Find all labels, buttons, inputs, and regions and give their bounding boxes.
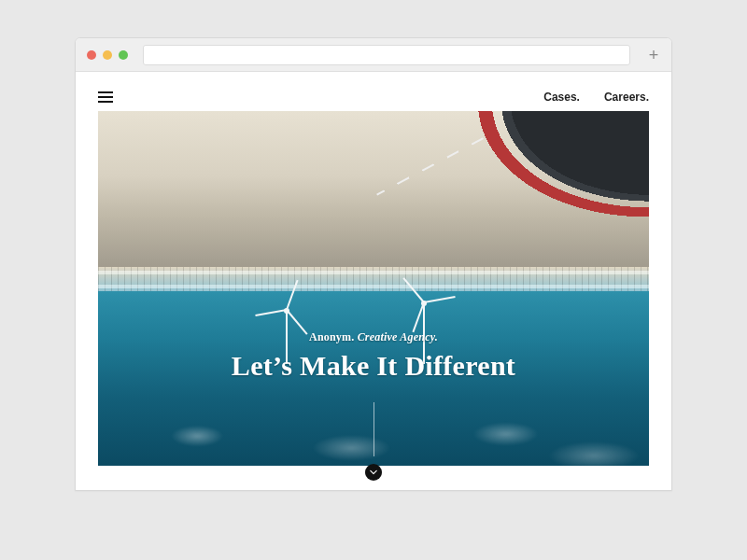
chevron-down-icon bbox=[370, 469, 377, 476]
tagline-suffix: Creative Agency. bbox=[354, 330, 438, 343]
window-controls bbox=[87, 50, 128, 60]
hero-text: Anonym. Creative Agency. Let’s Make It D… bbox=[98, 331, 649, 383]
browser-window: + Cases. Careers. bbox=[75, 37, 672, 491]
top-nav: Cases. Careers. bbox=[98, 89, 649, 105]
minimize-window-button[interactable] bbox=[103, 50, 112, 60]
address-bar[interactable] bbox=[143, 45, 630, 65]
hero-headline: Let’s Make It Different bbox=[98, 350, 649, 383]
menu-icon[interactable] bbox=[98, 89, 113, 105]
page-content: Cases. Careers. Anon bbox=[76, 72, 671, 490]
nav-link-cases[interactable]: Cases. bbox=[543, 91, 580, 103]
new-tab-button[interactable]: + bbox=[645, 47, 662, 63]
hero-divider-line bbox=[374, 402, 374, 456]
nav-links: Cases. Careers. bbox=[543, 91, 649, 103]
scroll-down-button[interactable] bbox=[365, 464, 382, 481]
hero-tagline: Anonym. Creative Agency. bbox=[98, 331, 649, 343]
nav-link-careers[interactable]: Careers. bbox=[604, 91, 649, 103]
hero-image: Anonym. Creative Agency. Let’s Make It D… bbox=[98, 111, 649, 466]
maximize-window-button[interactable] bbox=[119, 50, 128, 60]
hero-glitch-band bbox=[98, 267, 649, 291]
brand-name: Anonym. bbox=[309, 330, 354, 343]
close-window-button[interactable] bbox=[87, 50, 96, 60]
browser-chrome: + bbox=[76, 38, 671, 72]
